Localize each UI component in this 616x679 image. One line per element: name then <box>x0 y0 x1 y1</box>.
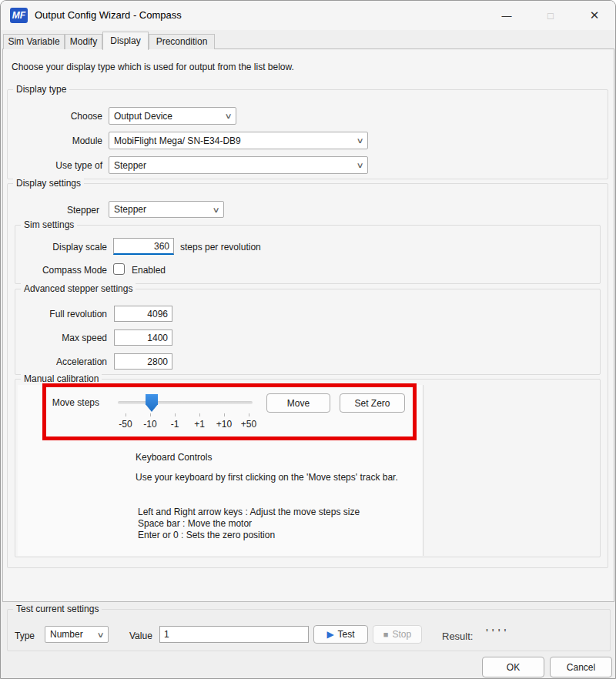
test-type-dropdown[interactable]: Number ∨ <box>45 626 109 643</box>
full-revolution-label: Full revolution <box>7 309 107 319</box>
slider-tick <box>126 413 126 416</box>
full-revolution-input[interactable] <box>114 306 172 322</box>
title-bar: MF Output Config Wizard - Compass — □ ✕ <box>1 1 616 30</box>
window-title: Output Config Wizard - Compass <box>35 9 182 21</box>
test-value-label: Value <box>129 630 152 641</box>
sim-settings-legend: Sim settings <box>21 219 77 230</box>
stepper-dropdown[interactable]: Stepper ∨ <box>109 201 224 218</box>
slider-tick <box>249 413 249 416</box>
play-icon: ▶ <box>326 629 333 640</box>
compass-mode-checkbox-label: Enabled <box>132 265 166 276</box>
set-zero-button[interactable]: Set Zero <box>340 393 405 413</box>
compass-mode-label: Compass Mode <box>7 265 107 276</box>
close-icon: ✕ <box>590 8 600 22</box>
tab-precondition[interactable]: Precondition <box>149 34 215 49</box>
minimize-icon: — <box>502 10 512 22</box>
tab-sim-variable[interactable]: Sim Variable <box>3 34 65 49</box>
stepper-dropdown-value: Stepper <box>114 204 146 215</box>
result-label: Result: <box>442 630 473 642</box>
test-button-label: Test <box>338 629 355 640</box>
compass-mode-checkbox[interactable] <box>113 263 125 275</box>
move-button[interactable]: Move <box>266 393 330 413</box>
slider-tick-label: +10 <box>212 419 236 430</box>
choose-label: Choose <box>7 111 102 122</box>
test-button[interactable]: ▶ Test <box>313 625 368 644</box>
tab-modify[interactable]: Modify <box>65 34 102 49</box>
display-type-legend: Display type <box>13 84 69 95</box>
tab-display[interactable]: Display <box>102 32 149 50</box>
cancel-button[interactable]: Cancel <box>550 657 612 677</box>
display-scale-input[interactable] <box>113 238 174 255</box>
maximize-button: □ <box>533 1 568 30</box>
chevron-down-icon: ∨ <box>356 161 363 169</box>
keyboard-controls-title: Keyboard Controls <box>136 452 212 463</box>
move-steps-label: Move steps <box>7 397 99 408</box>
chevron-down-icon: ∨ <box>224 112 232 120</box>
keyboard-controls-line: Space bar : Move the motor <box>138 518 252 530</box>
stop-button-label: Stop <box>392 629 411 640</box>
manual-calibration-legend: Manual calibration <box>21 373 102 384</box>
slider-tick-label: -50 <box>113 419 138 430</box>
chevron-down-icon: ∨ <box>356 136 363 145</box>
slider-tick-label: -1 <box>162 419 187 430</box>
test-value-input[interactable] <box>159 626 309 643</box>
result-value: '''' <box>486 627 510 638</box>
test-type-dropdown-value: Number <box>50 629 83 640</box>
use-type-dropdown-value: Stepper <box>114 160 146 171</box>
slider-tick-label: -10 <box>138 419 162 430</box>
choose-dropdown-value: Output Device <box>114 111 172 122</box>
use-type-dropdown[interactable]: Stepper ∨ <box>109 156 368 174</box>
module-dropdown-value: MobiFlight Mega/ SN-E34-DB9 <box>114 135 241 146</box>
stop-button: ■ Stop <box>373 625 422 644</box>
acceleration-label: Acceleration <box>7 356 107 367</box>
slider-tick <box>224 413 225 416</box>
display-scale-suffix: steps per revolution <box>180 242 261 253</box>
chevron-down-icon: ∨ <box>96 630 104 639</box>
intro-text: Choose your display type which is used f… <box>12 62 294 72</box>
keyboard-controls-intro: Use your keyboard by first clicking on t… <box>136 472 444 483</box>
keyboard-controls-line: Left and Right arrow keys : Adjust the m… <box>138 507 360 518</box>
keyboard-controls-line: Enter or 0 : Sets the zero position <box>138 530 275 541</box>
advanced-stepper-legend: Advanced stepper settings <box>21 283 136 294</box>
mobiflight-logo-icon: MF <box>10 8 28 23</box>
slider-tick-label: +50 <box>236 419 261 430</box>
choose-dropdown[interactable]: Output Device ∨ <box>109 107 236 125</box>
module-label: Module <box>7 135 102 146</box>
close-button[interactable]: ✕ <box>577 1 612 30</box>
stop-icon: ■ <box>383 630 389 639</box>
test-settings-legend: Test current settings <box>13 604 102 614</box>
use-type-label: Use type of <box>7 160 102 171</box>
chevron-down-icon: ∨ <box>212 206 219 214</box>
stepper-label: Stepper <box>7 205 99 216</box>
maximize-icon: □ <box>547 10 554 22</box>
slider-tick-label: +1 <box>187 419 212 430</box>
minimize-button[interactable]: — <box>489 1 524 30</box>
slider-tick <box>199 413 200 416</box>
dialog-window: MF Output Config Wizard - Compass — □ ✕ … <box>0 0 616 679</box>
slider-tick <box>175 413 176 416</box>
move-steps-slider-track[interactable] <box>118 401 253 404</box>
max-speed-label: Max speed <box>7 333 107 343</box>
ok-button[interactable]: OK <box>482 657 544 677</box>
module-dropdown[interactable]: MobiFlight Mega/ SN-E34-DB9 ∨ <box>109 132 368 149</box>
display-settings-legend: Display settings <box>13 178 84 189</box>
max-speed-input[interactable] <box>114 329 172 346</box>
display-scale-label: Display scale <box>7 242 107 253</box>
acceleration-input[interactable] <box>114 353 172 370</box>
test-type-label: Type <box>15 630 35 641</box>
slider-tick <box>150 413 151 416</box>
